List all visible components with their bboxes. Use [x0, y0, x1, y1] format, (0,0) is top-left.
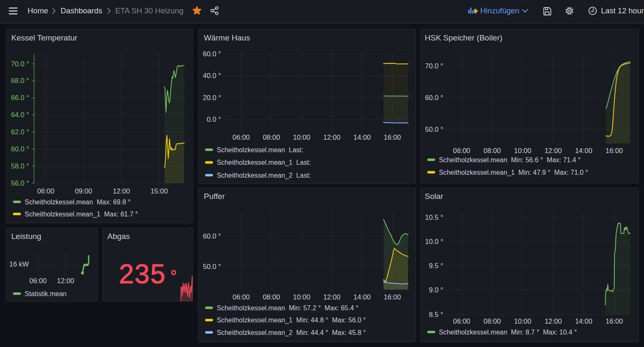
svg-text:20.0 °: 20.0 ° [203, 94, 221, 101]
svg-text:15:00: 15:00 [150, 187, 167, 195]
svg-text:Scheitholzkessel.mean Min: 8.: Scheitholzkessel.mean Min: 8.7 ° Max: 10… [439, 329, 577, 336]
svg-text:10.5 °: 10.5 ° [425, 214, 443, 221]
svg-text:08:00: 08:00 [263, 293, 280, 301]
svg-text:Scheitholzkessel.mean Max: 69: Scheitholzkessel.mean Max: 69.8 ° [25, 199, 131, 206]
svg-text:16 kW: 16 kW [9, 260, 29, 268]
svg-text:235: 235 [119, 259, 166, 289]
svg-text:16:00: 16:00 [606, 147, 623, 154]
svg-text:12:00: 12:00 [113, 187, 130, 195]
svg-text:06:00: 06:00 [453, 147, 470, 154]
svg-text:12:00: 12:00 [545, 317, 562, 325]
svg-text:64.0 °: 64.0 ° [11, 111, 29, 118]
svg-text:08:00: 08:00 [484, 317, 501, 325]
svg-text:Scheitholzkessel.mean Last:: Scheitholzkessel.mean Last: [217, 146, 303, 153]
svg-text:Solar: Solar [425, 192, 444, 201]
svg-text:16:00: 16:00 [606, 317, 623, 325]
svg-text:08:00: 08:00 [263, 133, 280, 141]
svg-text:14:00: 14:00 [353, 293, 370, 301]
svg-text:14:00: 14:00 [353, 133, 370, 141]
svg-text:10:00: 10:00 [293, 133, 310, 141]
svg-text:HSK Speicher (Boiler): HSK Speicher (Boiler) [425, 33, 502, 42]
svg-text:Wärme Haus: Wärme Haus [204, 33, 250, 42]
svg-text:60.0 °: 60.0 ° [425, 94, 443, 101]
svg-text:Last 12 hours: Last 12 hours [601, 6, 644, 15]
svg-text:70.0 °: 70.0 ° [11, 60, 29, 68]
svg-text:60.0 °: 60.0 ° [203, 232, 221, 240]
svg-text:10:00: 10:00 [514, 147, 531, 154]
svg-text:Dashboards: Dashboards [61, 6, 102, 15]
svg-text:Leistung: Leistung [11, 232, 41, 241]
svg-text:12:00: 12:00 [545, 147, 562, 154]
svg-text:Scheitholzkessel.mean Min: 56: Scheitholzkessel.mean Min: 56.6 ° Max: 7… [439, 156, 581, 163]
svg-text:10.0 °: 10.0 ° [425, 238, 443, 245]
svg-text:8.5 °: 8.5 ° [429, 311, 443, 318]
svg-text:68.0 °: 68.0 ° [11, 77, 29, 84]
svg-text:Statistik.mean: Statistik.mean [25, 290, 66, 297]
svg-text:50.0 °: 50.0 ° [203, 263, 221, 270]
svg-text:Scheitholzkessel.mean_1 Last:: Scheitholzkessel.mean_1 Last: [217, 159, 311, 166]
svg-text:Home: Home [28, 6, 48, 15]
svg-text:9.5 °: 9.5 ° [429, 262, 443, 269]
svg-text:Puffer: Puffer [204, 192, 225, 201]
svg-text:06:00: 06:00 [29, 277, 46, 284]
svg-text:Scheitholzkessel.mean_1 Max:: Scheitholzkessel.mean_1 Max: 61.7 ° [25, 211, 138, 218]
svg-text:10:00: 10:00 [293, 293, 310, 301]
svg-text:08:00: 08:00 [484, 147, 501, 154]
svg-text:12:00: 12:00 [323, 133, 340, 141]
svg-text:06:00: 06:00 [453, 317, 470, 325]
svg-text:16:00: 16:00 [384, 133, 401, 141]
svg-text:10:00: 10:00 [514, 317, 531, 325]
svg-text:ETA SH 30 Heizung: ETA SH 30 Heizung [115, 6, 183, 15]
svg-text:66.0 °: 66.0 ° [11, 94, 29, 101]
svg-text:Scheitholzkessel.mean_2 Last:: Scheitholzkessel.mean_2 Last: [217, 172, 311, 179]
svg-text:40.0 °: 40.0 ° [203, 72, 221, 79]
svg-text:60.0 °: 60.0 ° [11, 145, 29, 153]
svg-text:9.0 °: 9.0 ° [429, 286, 443, 294]
svg-text:09:00: 09:00 [75, 187, 92, 195]
svg-text:12:00: 12:00 [57, 277, 74, 284]
svg-text:50.0 °: 50.0 ° [425, 126, 443, 133]
svg-text:06:00: 06:00 [233, 133, 250, 141]
svg-text:Scheitholzkessel.mean Min: 57: Scheitholzkessel.mean Min: 57.2 ° Max: 6… [217, 304, 358, 312]
svg-text:0.0 °: 0.0 ° [207, 116, 221, 123]
svg-text:Scheitholzkessel.mean_1 Min:: Scheitholzkessel.mean_1 Min: 44.8 ° Max:… [217, 317, 366, 324]
svg-text:70.0 °: 70.0 ° [425, 62, 443, 70]
svg-text:Scheitholzkessel.mean_2 Min:: Scheitholzkessel.mean_2 Min: 44.4 ° Max:… [217, 329, 366, 337]
svg-text:Scheitholzkessel.mean_1 Min:: Scheitholzkessel.mean_1 Min: 47.9 ° Max:… [439, 169, 588, 176]
svg-text:16:00: 16:00 [384, 293, 401, 301]
svg-text:06:00: 06:00 [233, 293, 250, 301]
svg-text:14:00: 14:00 [575, 317, 592, 325]
svg-text:Abgas: Abgas [107, 232, 130, 241]
svg-text:14:00: 14:00 [575, 147, 592, 154]
svg-text:06:00: 06:00 [37, 187, 54, 195]
svg-text:62.0 °: 62.0 ° [11, 128, 29, 136]
svg-text:Hinzufügen: Hinzufügen [480, 6, 520, 15]
svg-text:Kessel Temperatur: Kessel Temperatur [11, 33, 78, 42]
svg-text:58.0 °: 58.0 ° [11, 162, 29, 170]
svg-text:60.0 °: 60.0 ° [203, 50, 221, 58]
svg-text:56.0 °: 56.0 ° [11, 179, 29, 187]
svg-text:12:00: 12:00 [323, 293, 340, 301]
